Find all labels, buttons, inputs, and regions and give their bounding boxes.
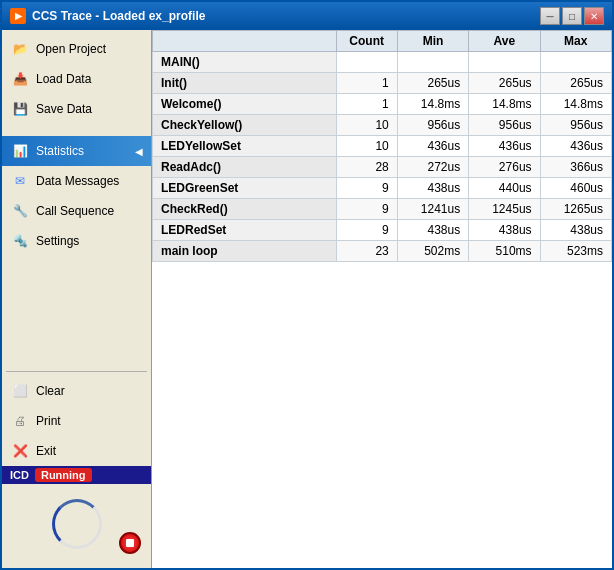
exit-icon: ❌ bbox=[10, 441, 30, 461]
sidebar-label-print: Print bbox=[36, 414, 61, 428]
icd-label: ICD bbox=[10, 469, 29, 481]
sidebar-item-call-sequence[interactable]: 🔧 Call Sequence bbox=[2, 196, 151, 226]
cell-min: 14.8ms bbox=[397, 94, 468, 115]
cell-max: 366us bbox=[540, 157, 611, 178]
spinner bbox=[52, 499, 102, 549]
main-window: ▶ CCS Trace - Loaded ex_profile ─ □ ✕ 📂 … bbox=[0, 0, 614, 570]
close-button[interactable]: ✕ bbox=[584, 7, 604, 25]
sequence-icon: 🔧 bbox=[10, 201, 30, 221]
sidebar-label-save-data: Save Data bbox=[36, 102, 92, 116]
save-icon: 💾 bbox=[10, 99, 30, 119]
cell-count: 9 bbox=[336, 220, 397, 241]
cell-min bbox=[397, 52, 468, 73]
cell-max: 1265us bbox=[540, 199, 611, 220]
cell-min: 438us bbox=[397, 220, 468, 241]
arrow-icon: ◀ bbox=[135, 146, 143, 157]
app-icon: ▶ bbox=[10, 8, 26, 24]
cell-name: ReadAdc() bbox=[153, 157, 337, 178]
stop-button[interactable] bbox=[119, 532, 141, 554]
minimize-button[interactable]: ─ bbox=[540, 7, 560, 25]
cell-ave: 276us bbox=[469, 157, 540, 178]
cell-count: 10 bbox=[336, 136, 397, 157]
load-icon: 📥 bbox=[10, 69, 30, 89]
table-row: LEDYellowSet10436us436us436us bbox=[153, 136, 612, 157]
sidebar-item-clear[interactable]: ⬜ Clear bbox=[2, 376, 151, 406]
chart-icon: 📊 bbox=[10, 141, 30, 161]
table-row: LEDRedSet9438us438us438us bbox=[153, 220, 612, 241]
cell-count: 9 bbox=[336, 178, 397, 199]
cell-name: LEDRedSet bbox=[153, 220, 337, 241]
cell-max: 14.8ms bbox=[540, 94, 611, 115]
window-title: CCS Trace - Loaded ex_profile bbox=[32, 9, 205, 23]
cell-name: Init() bbox=[153, 73, 337, 94]
cell-count: 10 bbox=[336, 115, 397, 136]
cell-ave: 438us bbox=[469, 220, 540, 241]
print-icon: 🖨 bbox=[10, 411, 30, 431]
cell-min: 265us bbox=[397, 73, 468, 94]
settings-icon: 🔩 bbox=[10, 231, 30, 251]
cell-max bbox=[540, 52, 611, 73]
cell-name: LEDYellowSet bbox=[153, 136, 337, 157]
cell-max: 436us bbox=[540, 136, 611, 157]
col-header-count: Count bbox=[336, 31, 397, 52]
content-area: 📂 Open Project 📥 Load Data 💾 Save Data 📊… bbox=[2, 30, 612, 568]
sidebar-label-open-project: Open Project bbox=[36, 42, 106, 56]
sidebar-label-data-messages: Data Messages bbox=[36, 174, 119, 188]
table-row: CheckRed()91241us1245us1265us bbox=[153, 199, 612, 220]
stop-icon bbox=[126, 539, 134, 547]
maximize-button[interactable]: □ bbox=[562, 7, 582, 25]
sidebar-item-save-data[interactable]: 💾 Save Data bbox=[2, 94, 151, 124]
cell-min: 436us bbox=[397, 136, 468, 157]
cell-count: 1 bbox=[336, 73, 397, 94]
cell-ave: 510ms bbox=[469, 241, 540, 262]
title-bar: ▶ CCS Trace - Loaded ex_profile ─ □ ✕ bbox=[2, 2, 612, 30]
spinner-area bbox=[2, 484, 151, 564]
sidebar-item-statistics[interactable]: 📊 Statistics ◀ bbox=[2, 136, 151, 166]
cell-max: 460us bbox=[540, 178, 611, 199]
cell-count: 9 bbox=[336, 199, 397, 220]
sidebar-label-call-sequence: Call Sequence bbox=[36, 204, 114, 218]
sidebar-label-load-data: Load Data bbox=[36, 72, 91, 86]
cell-name: LEDGreenSet bbox=[153, 178, 337, 199]
statistics-table: Count Min Ave Max MAIN()Init()1265us265u… bbox=[152, 30, 612, 262]
col-header-min: Min bbox=[397, 31, 468, 52]
cell-name: CheckRed() bbox=[153, 199, 337, 220]
col-header-ave: Ave bbox=[469, 31, 540, 52]
cell-ave: 956us bbox=[469, 115, 540, 136]
cell-ave bbox=[469, 52, 540, 73]
sidebar-item-load-data[interactable]: 📥 Load Data bbox=[2, 64, 151, 94]
table-row: main loop23502ms510ms523ms bbox=[153, 241, 612, 262]
cell-min: 438us bbox=[397, 178, 468, 199]
cell-min: 956us bbox=[397, 115, 468, 136]
table-row: LEDGreenSet9438us440us460us bbox=[153, 178, 612, 199]
icd-bar: ICD Running bbox=[2, 466, 151, 484]
sidebar-label-clear: Clear bbox=[36, 384, 65, 398]
sidebar-label-statistics: Statistics bbox=[36, 144, 84, 158]
cell-name: CheckYellow() bbox=[153, 115, 337, 136]
col-header-max: Max bbox=[540, 31, 611, 52]
sidebar: 📂 Open Project 📥 Load Data 💾 Save Data 📊… bbox=[2, 30, 152, 568]
cell-min: 1241us bbox=[397, 199, 468, 220]
sidebar-item-open-project[interactable]: 📂 Open Project bbox=[2, 34, 151, 64]
sidebar-item-settings[interactable]: 🔩 Settings bbox=[2, 226, 151, 256]
table-row: MAIN() bbox=[153, 52, 612, 73]
folder-icon: 📂 bbox=[10, 39, 30, 59]
cell-max: 438us bbox=[540, 220, 611, 241]
cell-min: 272us bbox=[397, 157, 468, 178]
sidebar-item-exit[interactable]: ❌ Exit bbox=[2, 436, 151, 466]
cell-name: main loop bbox=[153, 241, 337, 262]
cell-name: Welcome() bbox=[153, 94, 337, 115]
cell-min: 502ms bbox=[397, 241, 468, 262]
cell-max: 523ms bbox=[540, 241, 611, 262]
cell-ave: 1245us bbox=[469, 199, 540, 220]
cell-count: 1 bbox=[336, 94, 397, 115]
table-row: Welcome()114.8ms14.8ms14.8ms bbox=[153, 94, 612, 115]
cell-ave: 440us bbox=[469, 178, 540, 199]
cell-count: 28 bbox=[336, 157, 397, 178]
title-buttons: ─ □ ✕ bbox=[540, 7, 604, 25]
cell-max: 265us bbox=[540, 73, 611, 94]
title-bar-left: ▶ CCS Trace - Loaded ex_profile bbox=[10, 8, 205, 24]
sidebar-item-print[interactable]: 🖨 Print bbox=[2, 406, 151, 436]
cell-ave: 265us bbox=[469, 73, 540, 94]
sidebar-item-data-messages[interactable]: ✉ Data Messages bbox=[2, 166, 151, 196]
